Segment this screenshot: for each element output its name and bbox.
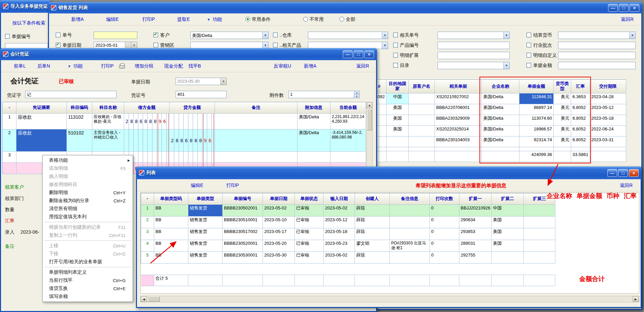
edit-button[interactable]: 编辑E	[106, 16, 119, 23]
list-table-cell[interactable]: 0	[430, 205, 459, 217]
sales-table-cell[interactable]: 92314.74	[519, 136, 554, 147]
related-product-checkbox[interactable]	[273, 43, 278, 47]
related-doc-checkbox[interactable]	[393, 33, 398, 37]
maximize-button[interactable]: □	[619, 4, 629, 12]
list-table-cell[interactable]: 2023-05-02	[324, 205, 355, 217]
list-table-cell[interactable]	[524, 252, 555, 264]
func-menu-button[interactable]: 功能	[213, 16, 222, 23]
doc-no-checkbox[interactable]	[56, 33, 60, 37]
voucher-note-cell[interactable]	[215, 152, 297, 163]
unaudit-button[interactable]: 反审核U	[274, 63, 291, 69]
list-table-cell[interactable]: 2023-05-17	[263, 228, 295, 240]
voucher-credit-cell[interactable]: 288608096	[170, 129, 215, 152]
scroll-left-icon[interactable]: ◀	[141, 296, 147, 302]
voucher-summary-cell[interactable]: 应收款	[16, 129, 67, 152]
chevron-down-icon[interactable]: ▼	[382, 42, 388, 49]
list-table-cell[interactable]: 292755	[459, 252, 492, 264]
voucher-extra-info-cell[interactable]: 美国/Delta	[297, 114, 330, 129]
doc-amount-input[interactable]	[558, 62, 636, 69]
catalog-select[interactable]: ▼	[438, 62, 510, 69]
list-table-cell[interactable]: BBBB230530001	[223, 252, 263, 264]
sales-table-cell[interactable]: 美国/Delta	[482, 136, 519, 147]
warehouse-select[interactable]: ▼	[308, 32, 388, 39]
catalog-checkbox[interactable]	[393, 63, 398, 68]
sales-table-cell[interactable]: 6.3653	[571, 93, 590, 104]
chevron-down-icon[interactable]: ▼	[262, 32, 268, 39]
sales-table-cell[interactable]: 6.8052	[571, 136, 590, 147]
voucher-note-cell[interactable]	[215, 129, 297, 152]
voucher-no-input[interactable]: 401	[176, 91, 227, 98]
settle-currency-select[interactable]: ▼	[558, 32, 636, 39]
sales-table-cell[interactable]	[409, 93, 435, 104]
next-doc-button[interactable]: 后单N	[37, 63, 50, 69]
list-table-cell[interactable]: 2023-06-02	[324, 252, 355, 264]
close-button[interactable]: ×	[630, 4, 639, 12]
list-table-cell[interactable]	[390, 228, 430, 240]
list-table-cell[interactable]: 已审核	[295, 252, 324, 264]
list-table-cell[interactable]	[524, 228, 555, 240]
list-table-cell[interactable]	[390, 252, 430, 264]
sales-table-cell[interactable]: 113074.60	[519, 115, 554, 126]
voucher-account-code-cell[interactable]: 113102	[67, 114, 92, 129]
menu-item[interactable]: 用指定值填充本列	[43, 213, 132, 221]
sales-table-cell[interactable]: 6.8052	[571, 104, 590, 115]
menu-item[interactable]: 打开引用/相关的业务单据	[43, 258, 132, 266]
sales-table-cell[interactable]: 中国	[386, 93, 409, 104]
cash-allocation-button[interactable]: 现金分配	[164, 63, 183, 69]
back-button[interactable]: 返回R	[620, 183, 633, 189]
list-table-cell[interactable]: 销售发货	[188, 205, 223, 217]
maximize-button[interactable]: □	[618, 169, 628, 177]
sales-table-cell[interactable]: 2023-05-18	[590, 115, 626, 126]
list-table-cell[interactable]: 销售发货	[188, 217, 223, 228]
menu-item[interactable]: 填写余额	[43, 292, 132, 301]
sales-table-cell[interactable]	[409, 136, 435, 147]
chevron-down-icon[interactable]: ▼	[262, 42, 268, 49]
scroll-up-icon[interactable]: ▲	[367, 102, 372, 108]
scrollbar-thumb[interactable]	[148, 297, 160, 302]
sales-table-cell[interactable]: 美元	[554, 136, 571, 147]
close-button[interactable]: ×	[629, 169, 639, 177]
menu-item[interactable]: 清空所有明细	[43, 205, 132, 213]
list-table-cell[interactable]: 薛琼	[355, 228, 390, 240]
list-table-cell[interactable]: 销售发货	[188, 240, 223, 252]
list-table-cell[interactable]	[524, 217, 555, 228]
list-table-cell[interactable]: 美国	[492, 228, 524, 240]
spin-down-icon[interactable]: ▼	[354, 95, 359, 98]
chevron-down-icon[interactable]: ▼	[629, 32, 635, 39]
list-table-cell[interactable]: 已审核	[295, 240, 324, 252]
list-table-cell[interactable]: 已审核	[295, 228, 324, 240]
common-condition-radio[interactable]	[245, 17, 250, 22]
list-table-cell[interactable]: 0	[430, 240, 459, 252]
detail-ext-input[interactable]	[438, 52, 510, 59]
list-table-cell[interactable]: BB	[154, 228, 188, 240]
list-table-cell[interactable]: BBBB230510001	[223, 217, 263, 228]
minimize-button[interactable]: —	[343, 50, 353, 58]
customer-checkbox[interactable]: ✔	[153, 33, 158, 37]
list-table-cell[interactable]: 293853	[459, 228, 492, 240]
maximize-button[interactable]: □	[354, 50, 363, 58]
list-table-cell[interactable]: BB	[154, 252, 188, 264]
sales-table-cell[interactable]: 美国/Delta	[482, 126, 519, 136]
sales-table-cell[interactable]: 美元	[554, 115, 571, 126]
sales-table-cell[interactable]: 美国	[386, 126, 409, 136]
warehouse-checkbox[interactable]	[273, 33, 278, 37]
voucher-account-name-cell[interactable]: 应收账款 - 应收账款-美元	[92, 114, 124, 129]
sales-table-cell[interactable]: 112846.31	[519, 93, 554, 104]
voucher-note-cell[interactable]	[215, 114, 297, 129]
list-table-cell[interactable]: 290634	[459, 217, 492, 228]
doc-amount-checkbox[interactable]	[526, 63, 531, 68]
list-table-cell[interactable]: 美国	[492, 217, 524, 228]
list-table-cell[interactable]: PO#293303 出亚马逊 柜1	[390, 240, 430, 252]
sales-table-cell[interactable]: 2023-03-31	[590, 136, 626, 147]
sales-table-cell[interactable]	[409, 126, 435, 136]
prev-doc-button[interactable]: 前单L	[14, 63, 26, 69]
attachment-count-stepper[interactable]: 1 ▲▼	[288, 91, 360, 98]
menu-item[interactable]: 单据明细列表定义	[43, 268, 132, 276]
func-menu-button[interactable]: 功能	[73, 63, 83, 69]
list-table-cell[interactable]: 2023-05-18	[324, 228, 355, 240]
voucher-credit-cell[interactable]	[170, 114, 215, 129]
list-table-cell[interactable]	[492, 252, 524, 264]
sales-table-cell[interactable]: 美元	[554, 126, 571, 136]
list-table-cell[interactable]: 2023-05-30	[263, 252, 295, 264]
list-table-cell[interactable]: 中国	[492, 205, 524, 217]
